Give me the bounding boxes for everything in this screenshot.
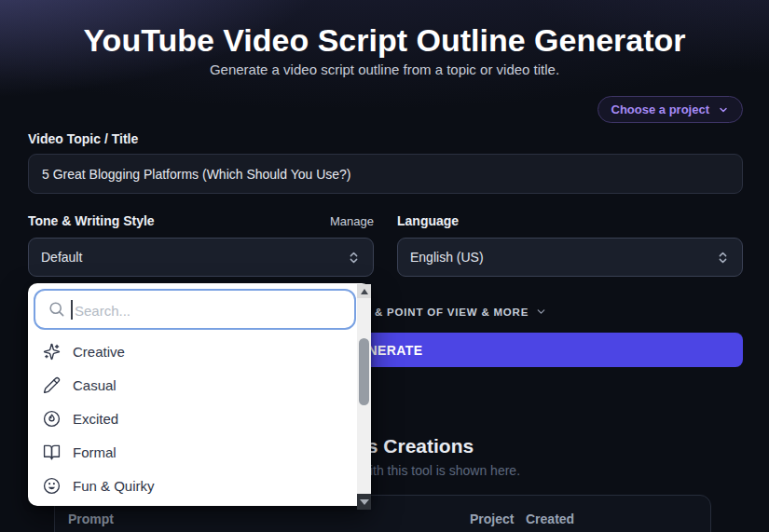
choose-project-label: Choose a project: [611, 102, 709, 116]
tone-dropdown-panel: Creative Casual Excited Formal: [28, 283, 371, 506]
topic-input[interactable]: [28, 154, 743, 194]
page-title: YouTube Video Script Outline Generator: [0, 22, 769, 59]
dropdown-scrollbar[interactable]: [357, 284, 371, 510]
tone-label-row: Tone & Writing Style Manage: [28, 213, 374, 228]
book-open-icon: [43, 443, 61, 461]
smile-icon: [43, 477, 61, 495]
tone-option-excited[interactable]: Excited: [28, 402, 356, 435]
tone-option-label: Excited: [73, 411, 118, 427]
language-label: Language: [397, 213, 459, 228]
tone-label: Tone & Writing Style: [28, 213, 155, 228]
pencil-icon: [43, 376, 61, 394]
search-input[interactable]: [73, 293, 347, 328]
tone-select-value: Default: [41, 250, 82, 265]
chevron-up-down-icon: [716, 250, 730, 266]
topic-label: Video Topic / Title: [28, 131, 138, 146]
scrollbar-up-arrow-icon[interactable]: [357, 284, 371, 298]
chevron-down-icon: [535, 306, 547, 318]
sparkles-icon: [43, 343, 61, 361]
tone-option-label: Fun & Quirky: [73, 478, 155, 494]
scrollbar-thumb[interactable]: [359, 338, 369, 405]
tone-option-creative[interactable]: Creative: [28, 334, 356, 368]
advanced-options-label: & POINT OF VIEW & MORE: [375, 307, 529, 318]
search-icon: [48, 300, 65, 318]
flame-icon: [43, 410, 61, 428]
manage-tones-link[interactable]: Manage: [330, 214, 374, 228]
dropdown-search-box: [34, 289, 356, 330]
tone-select[interactable]: Default: [28, 238, 374, 277]
tone-option-fun-quirky[interactable]: Fun & Quirky: [28, 469, 356, 502]
language-select-value: English (US): [410, 250, 484, 265]
page-subtitle: Generate a video script outline from a t…: [0, 61, 769, 77]
tone-option-label: Casual: [73, 377, 117, 393]
column-header-project: Project: [470, 512, 514, 526]
app-page: YouTube Video Script Outline Generator G…: [0, 0, 769, 532]
tone-options-list: Creative Casual Excited Formal: [28, 334, 356, 502]
column-header-prompt: Prompt: [68, 512, 114, 526]
tone-option-label: Formal: [73, 444, 117, 460]
language-select[interactable]: English (US): [397, 238, 743, 277]
column-header-created: Created: [526, 512, 574, 526]
tone-option-label: Creative: [73, 344, 125, 360]
scrollbar-down-arrow-icon[interactable]: [357, 494, 371, 510]
tone-option-formal[interactable]: Formal: [28, 435, 356, 469]
advanced-options-toggle[interactable]: & POINT OF VIEW & MORE: [375, 306, 547, 318]
choose-project-button[interactable]: Choose a project: [597, 96, 743, 123]
tone-option-casual[interactable]: Casual: [28, 368, 356, 402]
chevron-down-icon: [718, 104, 729, 116]
chevron-up-down-icon: [347, 250, 361, 266]
